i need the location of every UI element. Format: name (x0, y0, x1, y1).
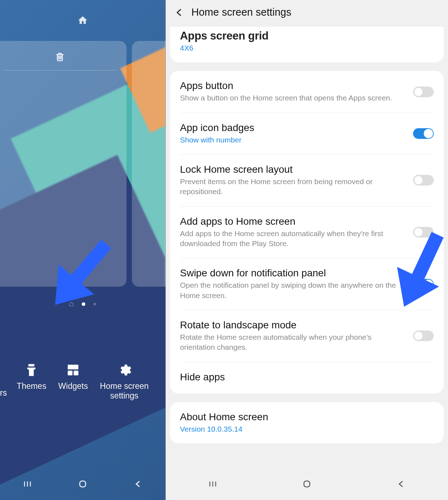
setting-app-icon-badges[interactable]: App icon badges Show with number (180, 113, 434, 154)
setting-sub: Show with number (180, 135, 407, 145)
setting-sub: Version 10.0.35.14 (180, 424, 434, 434)
widgets-button[interactable]: Widgets (58, 363, 88, 400)
back-nav-icon[interactable] (396, 479, 406, 489)
setting-title: About Home screen (180, 411, 434, 423)
page-preview-card[interactable] (132, 41, 165, 287)
toggle-off[interactable] (413, 330, 434, 341)
setting-hide-apps[interactable]: Hide apps (180, 362, 434, 394)
svg-rect-0 (68, 365, 78, 369)
widgets-icon (66, 363, 80, 377)
setting-apps-screen-grid[interactable]: Apps screen grid 4X6 (180, 27, 434, 62)
toggle-on[interactable] (413, 128, 434, 139)
home-page-indicator-icon[interactable] (77, 15, 88, 26)
setting-title: Apps screen grid (180, 30, 434, 42)
svg-rect-3 (80, 481, 86, 487)
widgets-label: Widgets (58, 381, 88, 391)
home-nav-icon[interactable] (302, 479, 312, 489)
settings-group: Apps screen grid 4X6 (170, 27, 444, 62)
setting-sub: 4X6 (180, 43, 434, 53)
settings-header: Home screen settings (166, 0, 448, 27)
delete-page-button[interactable] (0, 48, 119, 70)
recents-icon[interactable] (208, 479, 218, 489)
setting-title: Hide apps (180, 371, 434, 383)
home-settings-button[interactable]: Home screen settings (100, 363, 149, 400)
home-nav-icon[interactable] (78, 479, 88, 489)
setting-sub: Prevent items on the Home screen from be… (180, 177, 407, 197)
settings-group: About Home screen Version 10.0.35.14 (170, 402, 444, 443)
themes-button[interactable]: Themes (17, 363, 46, 400)
launcher-actions: Themes Widgets Home screen settings (0, 363, 165, 400)
setting-about-home-screen[interactable]: About Home screen Version 10.0.35.14 (180, 402, 434, 443)
setting-title: Swipe down for notification panel (180, 267, 407, 279)
gear-icon (117, 363, 132, 377)
svg-rect-2 (74, 371, 78, 375)
setting-title: Lock Home screen layout (180, 164, 407, 175)
nav-bar (0, 468, 165, 500)
setting-rotate-landscape[interactable]: Rotate to landscape mode Rotate the Home… (180, 310, 434, 362)
setting-sub: Rotate the Home screen automatically whe… (180, 332, 407, 353)
divider (4, 70, 116, 71)
page-title: Home screen settings (191, 6, 291, 18)
setting-title: Apps button (180, 80, 407, 92)
setting-title: Add apps to Home screen (180, 216, 407, 227)
setting-apps-button[interactable]: Apps button Show a button on the Home sc… (180, 71, 434, 112)
nav-bar (166, 468, 448, 500)
back-nav-icon[interactable] (133, 479, 143, 489)
setting-title: App icon badges (180, 122, 407, 134)
toggle-off[interactable] (413, 87, 434, 97)
svg-rect-4 (304, 481, 310, 487)
setting-sub: Show a button on the Home screen that op… (180, 93, 407, 103)
setting-title: Rotate to landscape mode (180, 319, 407, 331)
recents-icon[interactable] (22, 479, 32, 489)
toggle-off[interactable] (413, 175, 434, 186)
svg-rect-1 (68, 371, 72, 375)
settings-panel: Home screen settings Apps screen grid 4X… (165, 0, 448, 500)
setting-lock-layout[interactable]: Lock Home screen layout Prevent items on… (180, 154, 434, 206)
launcher-edit-panel: + rs Themes Widgets Home screen settings (0, 0, 165, 500)
home-settings-label: Home screen settings (100, 381, 149, 400)
paintbrush-icon (24, 363, 38, 377)
themes-label: Themes (17, 381, 46, 391)
setting-sub: Add apps to the Home screen automaticall… (180, 229, 407, 249)
back-button[interactable] (174, 7, 184, 17)
